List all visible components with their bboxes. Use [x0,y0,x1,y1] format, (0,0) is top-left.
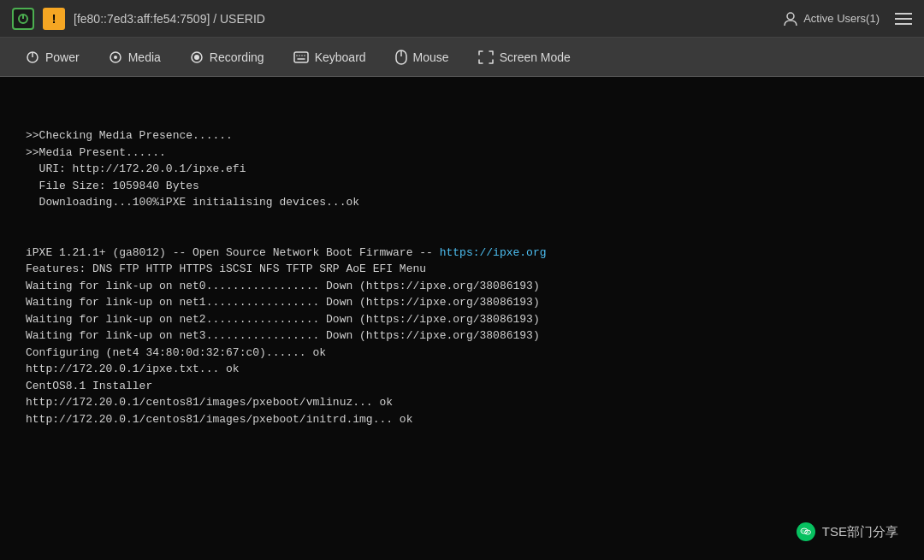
keyboard-nav-icon [293,51,309,63]
power-status-icon [12,8,34,30]
nav-power[interactable]: Power [14,45,92,69]
svg-point-22 [808,532,808,533]
keyboard-label: Keyboard [315,50,366,64]
top-bar-left: ! [fe80::7ed3:aff:fe54:7509] / USERID [12,8,265,30]
svg-point-21 [806,532,807,533]
recording-label: Recording [210,50,264,64]
console-line-13: Waiting for link-up on net3.............… [26,327,898,345]
watermark-label: TSE部门分享 [822,522,898,542]
console-spacer-1 [26,211,898,228]
nav-keyboard[interactable]: Keyboard [281,45,378,69]
console-line-17: http://172.20.0.1/centos81/images/pxeboo… [26,394,898,411]
console-line-14: Configuring (net4 34:80:0d:32:67:c0)....… [26,345,898,362]
menu-button[interactable] [895,13,912,25]
console-line-8: iPXE 1.21.1+ (ga8012) -- Open Source Net… [26,245,898,262]
console-line-1 [26,94,898,111]
top-bar-right: Active Users(1) [783,11,912,27]
svg-rect-9 [294,52,308,62]
console-line-5: URI: http://172.20.0.1/ipxe.efi [26,161,898,178]
console-area: >>Checking Media Presence...... >>Media … [0,77,924,560]
mouse-nav-icon [395,50,407,65]
screenmode-label: Screen Mode [500,50,571,64]
user-icon [783,11,798,27]
media-label: Media [128,50,161,64]
console-line-2 [26,111,898,128]
console-line-7: Downloading...100%iPXE initialising devi… [26,194,898,211]
media-nav-icon [109,50,122,64]
console-line-6: File Size: 1059840 Bytes [26,178,898,195]
watermark: TSE部门分享 [797,522,898,542]
wechat-icon [797,522,815,541]
console-spacer-2 [26,227,898,245]
mouse-label: Mouse [413,50,449,64]
console-line-3: >>Checking Media Presence...... [26,127,898,144]
power-label: Power [45,50,80,64]
nav-bar: Power Media Recording [0,38,924,77]
console-line-12: Waiting for link-up on net2.............… [26,311,898,328]
console-line-10: Waiting for link-up on net0.............… [26,278,898,295]
nav-recording[interactable]: Recording [178,45,276,69]
svg-point-6 [114,56,117,59]
console-line-16: CentOS8.1 Installer [26,378,898,395]
svg-point-20 [805,530,806,531]
recording-nav-icon [190,50,204,64]
nav-media[interactable]: Media [97,45,173,69]
connection-title: [fe80::7ed3:aff:fe54:7509] / USERID [74,12,265,26]
console-line-15: http://172.20.0.1/ipxe.txt... ok [26,361,898,378]
screenmode-nav-icon [478,50,494,64]
active-users: Active Users(1) [783,11,880,27]
console-line-18: http://172.20.0.1/centos81/images/pxeboo… [26,411,898,428]
warning-icon: ! [43,8,65,30]
power-nav-icon [26,50,39,64]
console-line-4: >>Media Present...... [26,144,898,162]
svg-point-8 [194,55,199,60]
top-bar: ! [fe80::7ed3:aff:fe54:7509] / USERID Ac… [0,0,924,38]
nav-screenmode[interactable]: Screen Mode [466,45,583,69]
ipxe-link: https://ipxe.org [440,246,547,259]
console-line-11: Waiting for link-up on net1.............… [26,294,898,311]
console-line-9: Features: DNS FTP HTTP HTTPS iSCSI NFS T… [26,261,898,278]
svg-point-19 [803,530,803,531]
nav-mouse[interactable]: Mouse [383,44,461,70]
svg-point-2 [787,13,794,20]
